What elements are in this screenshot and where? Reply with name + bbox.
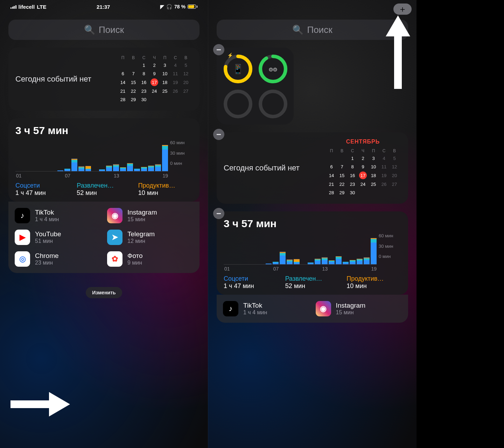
- screentime-apps[interactable]: ♪ TikTok 1 ч 4 мин ◉ Instagram 15 мин ▶ …: [8, 202, 200, 273]
- app-item[interactable]: ♪ TikTok 1 ч 4 мин: [223, 301, 309, 316]
- app-item[interactable]: ◉ Instagram 15 мин: [107, 208, 193, 223]
- search-input[interactable]: 🔍 Поиск: [8, 20, 200, 40]
- app-icon: ◉: [107, 208, 122, 223]
- calendar-widget[interactable]: − Сегодня событий нет СЕНТЯБРЬ ПВСЧПСВ12…: [217, 132, 408, 204]
- calendar-grid: ПВСЧПСВ123456789101112141516171819202122…: [116, 54, 192, 104]
- app-duration: 15 мин: [336, 309, 365, 316]
- app-icon: ✿: [107, 251, 122, 267]
- screentime-apps[interactable]: ♪ TikTok 1 ч 4 мин ◉ Instagram 15 мин: [217, 295, 408, 323]
- app-name: Chrome: [35, 252, 59, 260]
- app-icon: ♪: [15, 208, 30, 223]
- screentime-category: Развлечен… 52 мин: [285, 275, 340, 290]
- app-icon: ▶: [15, 230, 30, 245]
- search-icon: 🔍: [84, 24, 95, 35]
- app-name: Instagram: [127, 209, 157, 216]
- svg-rect-9: [394, 36, 402, 89]
- app-icon: ♪: [223, 301, 238, 316]
- screentime-category: Развлечен… 52 мин: [77, 182, 131, 197]
- svg-rect-0: [10, 400, 49, 408]
- calendar-noevents: Сегодня событий нет: [15, 54, 110, 104]
- svg-point-7: [260, 91, 286, 117]
- app-name: YouTube: [35, 230, 61, 238]
- remove-widget-button[interactable]: −: [213, 129, 224, 140]
- headphones-icon: 🎧: [166, 4, 172, 9]
- app-item[interactable]: ✿ Фото 9 мин: [107, 251, 193, 267]
- screentime-total: 3 ч 57 мин: [15, 125, 192, 136]
- app-duration: 1 ч 4 мин: [35, 216, 59, 223]
- app-icon: ➤: [107, 230, 122, 245]
- app-name: Фото: [127, 252, 143, 260]
- calendar-month: СЕНТЯБРЬ: [325, 139, 401, 145]
- battery-icon: ⚡: [188, 5, 197, 9]
- screentime-widget[interactable]: 3 ч 57 мин 60 мин 30 мин 0 мин 0107 1319…: [8, 118, 200, 202]
- svg-marker-8: [386, 15, 410, 36]
- screentime-chart: 60 мин 30 мин 0 мин: [224, 233, 401, 265]
- app-icon: ◎: [15, 251, 30, 267]
- app-name: TikTok: [35, 209, 59, 216]
- screentime-category: Продуктив… 10 мин: [138, 182, 192, 197]
- search-input[interactable]: 🔍 Поиск: [217, 20, 408, 40]
- app-duration: 9 мин: [127, 260, 143, 266]
- status-bar: lifecell LTE 21:37 ◤ 🎧 78 % ⚡: [8, 0, 200, 13]
- network: LTE: [37, 4, 46, 10]
- app-duration: 23 мин: [35, 260, 59, 266]
- battery-pct: 78 %: [174, 4, 186, 9]
- svg-marker-1: [49, 392, 70, 416]
- svg-point-6: [225, 91, 251, 117]
- battery-ring-airpods: ⌾⌾: [258, 54, 288, 84]
- app-duration: 51 мин: [35, 238, 61, 244]
- battery-ring-empty: [258, 89, 288, 119]
- screenshot-right: ＋ 🔍 Поиск − 📱 ⚡ ⌾⌾ − Сегодня событий нет…: [208, 0, 416, 448]
- add-widget-button[interactable]: ＋: [393, 4, 412, 15]
- app-duration: 15 мин: [127, 216, 157, 223]
- app-icon: ◉: [316, 301, 331, 316]
- battery-ring-empty: [223, 89, 253, 119]
- app-item[interactable]: ➤ Telegram 12 мин: [107, 230, 193, 245]
- app-name: Telegram: [127, 230, 155, 238]
- app-item[interactable]: ◉ Instagram 15 мин: [316, 301, 402, 316]
- screentime-category: Соцсети 1 ч 47 мин: [224, 275, 278, 290]
- app-name: Instagram: [336, 302, 365, 309]
- battery-ring-phone: 📱 ⚡: [223, 54, 253, 84]
- screentime-widget[interactable]: − 3 ч 57 мин 60 мин 30 мин 0 мин 0107 13…: [217, 211, 408, 295]
- search-icon: 🔍: [292, 24, 303, 35]
- calendar-grid: СЕНТЯБРЬ ПВСЧПСВ123456789101112141516171…: [325, 139, 401, 197]
- arrow-right-icon: [10, 392, 70, 416]
- remove-widget-button[interactable]: −: [213, 208, 224, 219]
- arrow-up-icon: [386, 15, 410, 89]
- charging-icon: ⚡: [227, 52, 233, 58]
- signal-icon: [10, 5, 16, 9]
- edit-button[interactable]: Изменить: [86, 287, 122, 298]
- app-duration: 12 мин: [127, 238, 155, 244]
- app-item[interactable]: ♪ TikTok 1 ч 4 мин: [15, 208, 101, 223]
- app-duration: 1 ч 4 мин: [243, 309, 267, 316]
- app-item[interactable]: ◎ Chrome 23 мин: [15, 251, 101, 267]
- location-icon: ◤: [160, 4, 164, 9]
- screentime-category: Продуктив… 10 мин: [346, 275, 401, 290]
- calendar-noevents: Сегодня событий нет: [224, 139, 318, 197]
- svg-point-5: [260, 56, 286, 82]
- app-name: TikTok: [243, 302, 267, 309]
- clock: 21:37: [97, 4, 110, 10]
- screentime-chart: 60 мин 30 мин 0 мин: [15, 140, 192, 172]
- screentime-category: Соцсети 1 ч 47 мин: [15, 182, 70, 197]
- screenshot-left: lifecell LTE 21:37 ◤ 🎧 78 % ⚡ 🔍 Поиск Се…: [0, 0, 208, 448]
- carrier: lifecell: [19, 4, 35, 10]
- batteries-widget[interactable]: − 📱 ⚡ ⌾⌾: [217, 48, 294, 125]
- app-item[interactable]: ▶ YouTube 51 мин: [15, 230, 101, 245]
- calendar-widget[interactable]: Сегодня событий нет ПВСЧПСВ1234567891011…: [8, 48, 200, 111]
- screentime-total: 3 ч 57 мин: [224, 218, 401, 230]
